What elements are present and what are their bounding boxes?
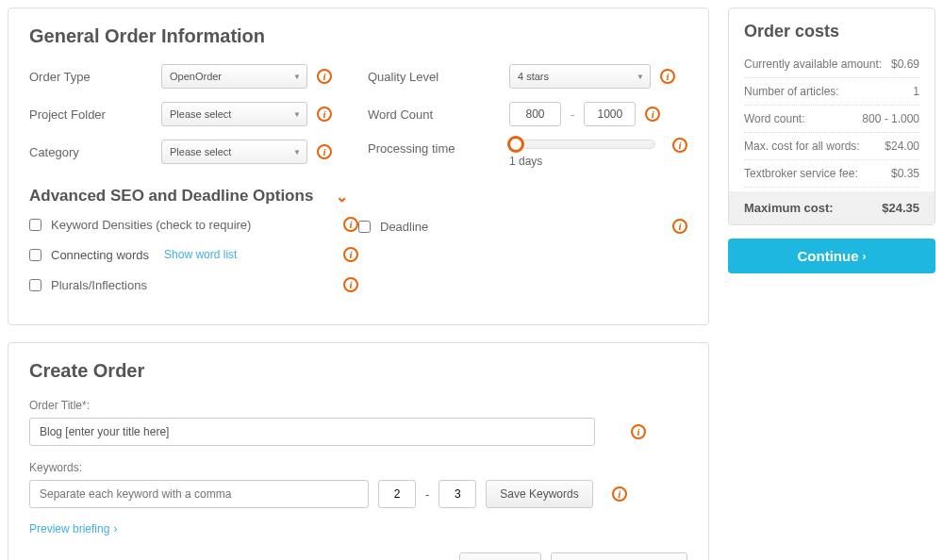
kw-min-input[interactable] [378,480,416,508]
cost-row: Textbroker service fee: $0.35 [744,160,919,188]
order-type-select[interactable]: OpenOrder ▼ [161,64,307,89]
info-icon[interactable] [645,107,660,122]
project-folder-value: Please select [170,108,231,120]
cost-row: Word count: 800 - 1.000 [744,106,919,133]
cost-row: Number of articles: 1 [744,78,919,106]
word-min-input[interactable] [509,102,561,126]
order-type-value: OpenOrder [170,71,222,82]
cost-max-label: Maximum cost: [744,201,834,215]
project-folder-label: Project Folder [29,107,161,122]
info-icon[interactable] [660,69,675,84]
chevron-right-icon: › [863,250,867,263]
chevron-down-icon: ▼ [293,148,301,156]
cost-max-value: $24.35 [882,201,919,215]
continue-button[interactable]: Continue › [728,239,935,273]
connecting-words-checkbox[interactable] [29,249,41,261]
info-icon[interactable] [672,219,687,234]
kw-sep: - [425,487,429,502]
word-sep: - [571,107,574,122]
deadline-checkbox[interactable] [358,221,371,233]
info-icon[interactable] [343,217,358,232]
general-order-title: General Order Information [29,25,687,47]
cost-label: Number of articles: [744,85,839,98]
cost-value: 1 [913,85,919,98]
create-order-title: Create Order [29,360,687,382]
cost-label: Max. cost for all words: [744,140,860,153]
cost-value: $24.00 [885,140,919,153]
keywords-input[interactable] [29,480,369,508]
processing-slider[interactable] [509,140,655,149]
kw-max-input[interactable] [438,480,476,508]
word-count-label: Word Count [368,107,509,122]
cost-value: $0.35 [891,167,919,180]
cost-label: Textbroker service fee: [744,167,858,180]
cost-row: Max. cost for all words: $24.00 [744,133,919,160]
show-word-list-link[interactable]: Show word list [164,248,237,261]
processing-value: 1 days [509,155,663,168]
connecting-words-label: Connecting words [51,248,149,262]
preview-briefing-link[interactable]: Preview briefing › [29,522,117,535]
info-icon[interactable] [343,277,358,292]
general-order-panel: General Order Information Order Type Ope… [8,8,709,325]
quality-select[interactable]: 4 stars ▼ [509,64,651,89]
keyword-densities-checkbox[interactable] [29,219,41,231]
cost-value: 800 - 1.000 [862,112,919,125]
info-icon[interactable] [672,138,687,153]
chevron-down-icon: ⌄ [336,188,348,206]
chevron-down-icon: ▼ [637,73,644,81]
chevron-right-icon: › [113,522,117,535]
cost-max-row: Maximum cost: $24.35 [729,191,935,224]
cost-value: $0.69 [891,58,919,71]
order-title-label: Order Title*: [29,399,687,412]
category-label: Category [29,145,161,159]
word-max-input[interactable] [584,102,636,126]
processing-label: Processing time [368,140,509,156]
plurals-checkbox[interactable] [29,279,41,291]
order-costs-title: Order costs [744,22,919,41]
quality-value: 4 stars [518,71,549,82]
info-icon[interactable] [612,486,627,502]
category-select[interactable]: Please select ▼ [161,140,307,164]
info-icon[interactable] [631,424,646,439]
category-value: Please select [170,146,231,157]
slider-handle[interactable] [507,136,524,153]
order-title-input[interactable] [29,418,595,446]
info-icon[interactable] [317,69,332,84]
quality-label: Quality Level [368,70,509,84]
keyword-densities-label: Keyword Densities (check to require) [51,218,334,232]
save-keywords-button[interactable]: Save Keywords [486,480,592,508]
info-icon[interactable] [317,144,332,159]
create-order-panel: Create Order Order Title*: Keywords: - S… [8,342,709,560]
add-additional-order-button[interactable]: Add Additional Order [551,552,687,560]
info-icon[interactable] [317,107,332,122]
deadline-label: Deadline [380,220,663,234]
chevron-down-icon: ▼ [293,110,301,119]
cost-row: Currently available amount: $0.69 [744,51,919,78]
advanced-seo-heading[interactable]: Advanced SEO and Deadline Options ⌄ [29,187,687,206]
project-folder-select[interactable]: Please select ▼ [161,102,307,126]
order-type-label: Order Type [29,70,161,84]
bulk-input-button[interactable]: Bulk Input [459,552,541,560]
plurals-label: Plurals/Inflections [51,278,334,292]
info-icon[interactable] [343,247,358,262]
chevron-down-icon: ▼ [293,73,301,81]
order-costs-panel: Order costs Currently available amount: … [728,8,935,225]
cost-label: Currently available amount: [744,58,882,71]
keywords-label: Keywords: [29,461,687,474]
cost-label: Word count: [744,112,804,125]
